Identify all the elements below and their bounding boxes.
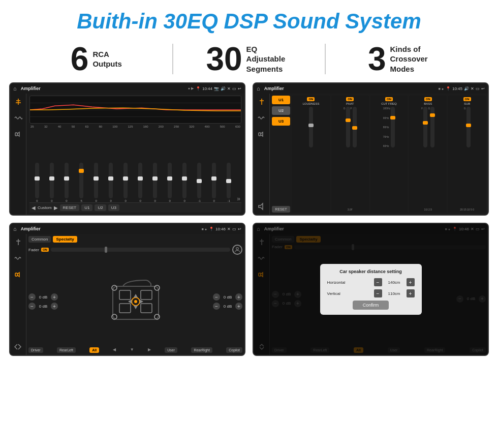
fl-minus[interactable]: − [28,293,36,301]
u2-button[interactable]: U2 [95,204,106,211]
fr-minus[interactable]: − [213,293,220,301]
home-icon-2[interactable]: ⌂ [257,85,260,92]
vertical-plus[interactable]: + [407,289,415,297]
speaker-wave-icon[interactable] [13,253,23,263]
stat-crossover: 3 Kinds ofCrossover Modes [326,43,478,75]
nav-left[interactable]: ◀ [113,347,116,353]
driver-btn[interactable]: Driver [28,347,43,353]
screens-grid: ⌂ Amplifier ● ▶ 📍 10:44 📷 🔊 ✕ ▭ ↩ [0,82,498,361]
avatar-icon [232,245,242,255]
fl-plus[interactable]: + [51,293,58,301]
location-icon-2: 📍 [446,86,451,91]
reset-button[interactable]: RESET [60,204,80,211]
crossover-speaker-icon[interactable] [257,129,267,139]
horizontal-label: Horizontal [327,280,371,285]
eq-slider-13: -1 [222,163,235,202]
crossover-content: U1 U2 U3 RESET ON LOUDNESS [254,94,488,215]
vertical-minus[interactable]: − [374,289,382,297]
crossover-wave-icon[interactable] [257,113,267,123]
crossover-tune-icon[interactable] [257,97,267,107]
back-icon-2[interactable]: ↩ [481,86,485,91]
back-icon-3[interactable]: ↩ [238,227,241,231]
close-icon-3[interactable]: ✕ [227,227,231,231]
confirm-button[interactable]: Confirm [353,301,389,310]
fader-slider[interactable] [51,248,230,252]
bass-slider-f[interactable] [423,107,427,147]
specialty-tab[interactable]: Specialty [53,236,77,243]
fr-plus[interactable]: + [235,293,242,301]
controls-layout: − 0 dB + − 0 dB + [28,258,242,345]
sub-col: ON SUB G 20 15 10 5 0 [448,96,486,213]
back-icon[interactable]: ↩ [238,86,241,91]
nav-right[interactable]: ▶ [148,347,151,353]
vertical-value: 110cm [385,291,403,296]
rearright-btn[interactable]: RearRight [191,347,212,353]
crossover-vol-icon[interactable] [257,201,267,212]
sub-on[interactable]: ON [463,97,471,101]
close-icon-2[interactable]: ✕ [471,86,474,91]
eq-arrows[interactable]: » [237,195,240,202]
eq-slider-4: 0 [89,163,103,202]
crossover-reset[interactable]: RESET [272,206,290,213]
loudness-slider[interactable] [309,107,313,147]
u1-select[interactable]: U1 [272,96,290,104]
fader-on-badge[interactable]: ON [41,248,49,252]
volume-icon: 🔊 [221,86,226,91]
close-icon[interactable]: ✕ [227,86,231,91]
minimize-icon-3[interactable]: ▭ [232,227,236,231]
eq-slider-6: 0 [119,163,132,202]
page-title: Buith-in 30EQ DSP Sound System [0,0,498,39]
home-icon-3[interactable]: ⌂ [13,226,17,232]
home-icon[interactable]: ⌂ [13,85,17,92]
phat-on[interactable]: ON [346,97,354,101]
speaker-expand-icon[interactable] [13,342,23,352]
cutfreq-on[interactable]: ON [385,97,393,101]
distance-modal: Car speaker distance setting Horizontal … [320,264,422,315]
eq-wave-icon[interactable] [13,113,23,123]
crossover-app-title: Amplifier [264,86,437,91]
eq-slider-11: -1 [193,163,206,202]
eq-speaker-icon[interactable] [13,129,23,139]
eq-tune-icon[interactable] [13,97,23,107]
user-btn[interactable]: User [165,347,177,353]
rearleft-btn[interactable]: RearLeft [57,347,76,353]
rl-plus[interactable]: + [51,303,58,310]
u2-select[interactable]: U2 [272,106,290,115]
rr-minus[interactable]: − [213,303,220,310]
crossover-screen-card: ⌂ Amplifier ■ ● 📍 10:45 🔊 ✕ ▭ ↩ [253,82,489,216]
common-tab[interactable]: Common [28,236,51,243]
phat-slider-f[interactable] [353,107,357,147]
eq-slider-1: 0 [45,163,58,202]
horizontal-minus[interactable]: − [374,278,382,286]
rr-value: 0 dB [222,304,234,309]
svg-point-21 [134,300,137,303]
rl-minus[interactable]: − [28,303,36,310]
u1-button[interactable]: U1 [81,204,92,211]
u3-select[interactable]: U3 [272,117,290,126]
bass-slider-g[interactable] [430,107,434,147]
phat-label: PHAT [346,102,354,105]
phat-slider-g[interactable] [346,107,350,147]
u3-button[interactable]: U3 [108,204,119,211]
minimize-icon-2[interactable]: ▭ [476,86,480,91]
speaker-icon-active[interactable] [13,270,23,280]
copilot-btn[interactable]: Copilot [226,347,242,353]
eq-status-icons: 📍 10:44 📷 🔊 ✕ ▭ ↩ [196,86,241,91]
horizontal-plus[interactable]: + [407,278,415,286]
rr-plus[interactable]: + [235,303,242,310]
minimize-icon[interactable]: ▭ [232,86,236,91]
all-btn[interactable]: All [89,347,99,353]
stat-rca: 6 RCAOutputs [20,43,172,75]
eq-main-area: 25 32 40 50 63 80 100 125 160 200 250 32… [26,94,244,215]
eq-dots: ● ▶ [188,86,194,91]
rl-value: 0 dB [37,304,49,309]
nav-down[interactable]: ▼ [130,347,134,353]
loudness-on[interactable]: ON [307,97,315,101]
speaker-tune-icon[interactable] [13,237,23,247]
cutfreq-label: CUT FREQ [381,102,397,105]
eq-prev-icon[interactable]: ◀ [32,205,36,211]
bass-on[interactable]: ON [424,97,432,101]
cutfreq-slider[interactable] [391,107,395,147]
sub-slider[interactable] [466,107,471,147]
eq-next-icon[interactable]: ▶ [54,205,58,211]
